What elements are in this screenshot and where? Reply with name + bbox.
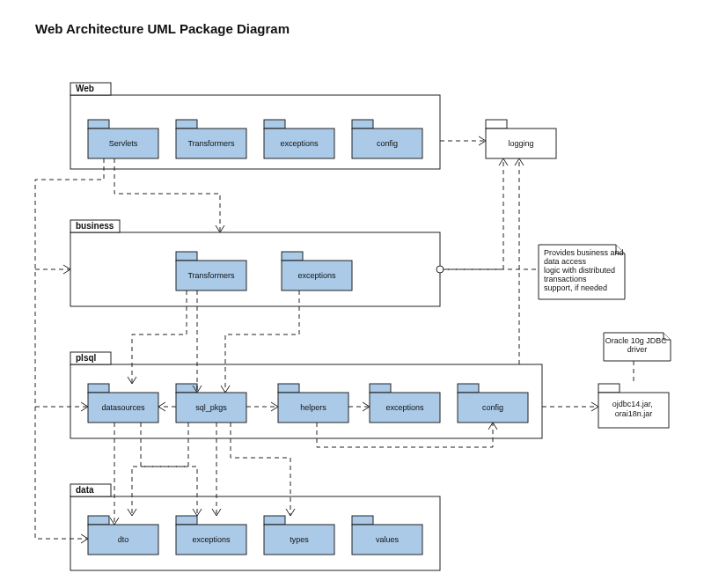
svg-text:helpers: helpers bbox=[300, 403, 326, 412]
uml-diagram: Web Architecture UML Package Diagram Web… bbox=[0, 0, 704, 588]
svg-text:data: data bbox=[76, 485, 94, 495]
svg-text:business: business bbox=[76, 221, 114, 231]
svg-text:exceptions: exceptions bbox=[280, 139, 319, 148]
svg-rect-3 bbox=[70, 232, 440, 306]
svg-text:types: types bbox=[290, 535, 309, 544]
svg-rect-60 bbox=[352, 516, 373, 525]
svg-text:exceptions: exceptions bbox=[192, 535, 231, 544]
svg-text:Transformers: Transformers bbox=[187, 271, 235, 280]
svg-rect-51 bbox=[88, 516, 109, 525]
note-business: Provides business and data access logic … bbox=[539, 245, 626, 299]
dependency-arrows bbox=[35, 136, 634, 543]
package-logging: logging bbox=[486, 120, 556, 158]
svg-text:dto: dto bbox=[118, 535, 129, 544]
svg-rect-48 bbox=[598, 384, 620, 393]
svg-text:exceptions: exceptions bbox=[297, 271, 336, 280]
svg-text:ojdbc14.jar,
      orai18n.jar: ojdbc14.jar, orai18n.jar bbox=[612, 400, 656, 418]
svg-rect-45 bbox=[458, 384, 479, 393]
svg-rect-54 bbox=[176, 516, 197, 525]
svg-point-67 bbox=[436, 266, 444, 273]
svg-rect-12 bbox=[88, 120, 109, 129]
svg-rect-27 bbox=[176, 252, 197, 261]
svg-text:Transformers: Transformers bbox=[187, 139, 235, 148]
container-business: business bbox=[70, 220, 440, 306]
svg-text:plsql: plsql bbox=[76, 353, 97, 363]
svg-text:config: config bbox=[482, 403, 503, 412]
svg-rect-30 bbox=[282, 252, 303, 261]
note-jdbc: Oracle 10g JDBC driver bbox=[604, 333, 671, 361]
svg-text:sql_pkgs: sql_pkgs bbox=[195, 403, 227, 412]
svg-rect-15 bbox=[176, 120, 197, 129]
svg-text:datasources: datasources bbox=[101, 403, 145, 412]
svg-rect-33 bbox=[88, 384, 109, 393]
svg-rect-18 bbox=[264, 120, 285, 129]
svg-text:values: values bbox=[376, 535, 400, 544]
svg-rect-39 bbox=[278, 384, 299, 393]
svg-text:exceptions: exceptions bbox=[385, 403, 424, 412]
svg-rect-24 bbox=[486, 120, 507, 129]
svg-text:Web: Web bbox=[76, 84, 94, 93]
svg-text:logging: logging bbox=[508, 139, 533, 148]
diagram-title: Web Architecture UML Package Diagram bbox=[35, 21, 290, 36]
svg-text:Servlets: Servlets bbox=[109, 139, 138, 148]
package-jdbc-jars: ojdbc14.jar, orai18n.jar bbox=[598, 384, 669, 428]
svg-rect-57 bbox=[264, 516, 285, 525]
svg-text:config: config bbox=[377, 139, 398, 148]
svg-rect-21 bbox=[352, 120, 373, 129]
svg-rect-42 bbox=[370, 384, 391, 393]
